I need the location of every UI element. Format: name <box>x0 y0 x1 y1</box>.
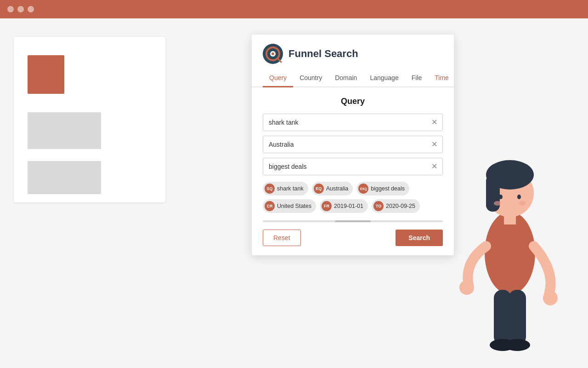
svg-point-10 <box>504 339 530 351</box>
query-input-wrap-2: ✕ <box>263 136 443 153</box>
tag-eq-badge: EQ <box>314 184 324 194</box>
tag-sq: SQ shark tank <box>263 182 308 196</box>
svg-point-5 <box>543 291 558 305</box>
svg-point-14 <box>519 201 526 206</box>
funnel-search-logo <box>263 44 283 64</box>
tag-to-badge: TO <box>373 201 384 211</box>
tag-cr-badge: CR <box>265 201 275 211</box>
funnel-search-modal: Funnel Search Query Country Domain Langu… <box>252 34 454 255</box>
tab-file[interactable]: File <box>405 69 429 87</box>
tab-domain[interactable]: Domain <box>328 69 363 87</box>
tag-sq-badge: SQ <box>265 184 275 194</box>
svg-point-12 <box>517 195 521 199</box>
query-input-3[interactable] <box>263 158 443 175</box>
tab-language[interactable]: Language <box>363 69 405 87</box>
tags-area: SQ shark tank EQ Australia EXQ biggest d… <box>263 182 443 213</box>
modal-tabs: Query Country Domain Language File Time <box>252 69 454 87</box>
tag-exq-text: biggest deals <box>371 185 405 192</box>
tag-to: TO 2020-09-25 <box>372 199 420 213</box>
clear-input-1-button[interactable]: ✕ <box>430 118 438 127</box>
tag-sq-text: shark tank <box>277 185 304 192</box>
tag-fr: FR 2019-01-01 <box>320 199 368 213</box>
search-button[interactable]: Search <box>396 230 443 246</box>
query-input-2[interactable] <box>263 136 443 153</box>
character-illustration <box>459 129 560 368</box>
tag-cr-text: United States <box>277 203 311 209</box>
tag-fr-text: 2019-01-01 <box>334 203 363 209</box>
svg-rect-3 <box>486 175 500 212</box>
svg-point-11 <box>499 195 503 199</box>
tag-eq-text: Australia <box>326 185 349 192</box>
traffic-light-red[interactable] <box>7 6 14 12</box>
tab-query[interactable]: Query <box>263 69 293 87</box>
traffic-light-yellow[interactable] <box>17 6 24 12</box>
tag-fr-badge: FR <box>322 201 332 211</box>
svg-point-6 <box>459 280 474 295</box>
tab-country[interactable]: Country <box>293 69 328 87</box>
clear-input-3-button[interactable]: ✕ <box>430 162 438 171</box>
bg-thumbnail-2 <box>28 112 101 149</box>
tag-exq-badge: EXQ <box>358 184 368 194</box>
tag-eq: EQ Australia <box>312 182 353 196</box>
tag-to-text: 2020-09-25 <box>386 203 415 209</box>
title-bar <box>0 0 588 18</box>
scrollbar-thumb[interactable] <box>335 220 371 222</box>
modal-footer: Reset Search <box>252 222 454 255</box>
query-section-title: Query <box>263 97 443 106</box>
bg-orange-block <box>28 55 64 94</box>
tab-time[interactable]: Time <box>428 69 454 87</box>
reset-button[interactable]: Reset <box>263 230 301 246</box>
main-area: Funnel Search Query Country Domain Langu… <box>0 18 588 368</box>
modal-title: Funnel Search <box>288 48 358 60</box>
tag-cr: CR United States <box>263 199 316 213</box>
query-input-wrap-3: ✕ <box>263 158 443 175</box>
svg-point-18 <box>271 52 274 55</box>
svg-rect-8 <box>509 290 526 345</box>
modal-header: Funnel Search <box>252 34 454 69</box>
query-input-wrap-1: ✕ <box>263 114 443 131</box>
svg-rect-4 <box>504 215 516 224</box>
query-input-1[interactable] <box>263 114 443 131</box>
bg-panel-left <box>14 37 165 202</box>
svg-point-13 <box>494 201 501 206</box>
clear-input-2-button[interactable]: ✕ <box>430 140 438 149</box>
traffic-light-green[interactable] <box>28 6 34 12</box>
bg-thumbnail-3 <box>28 161 101 194</box>
modal-body: Query ✕ ✕ ✕ SQ shark tank <box>252 87 454 220</box>
tag-exq: EXQ biggest deals <box>356 182 409 196</box>
scrollbar[interactable] <box>263 220 443 222</box>
